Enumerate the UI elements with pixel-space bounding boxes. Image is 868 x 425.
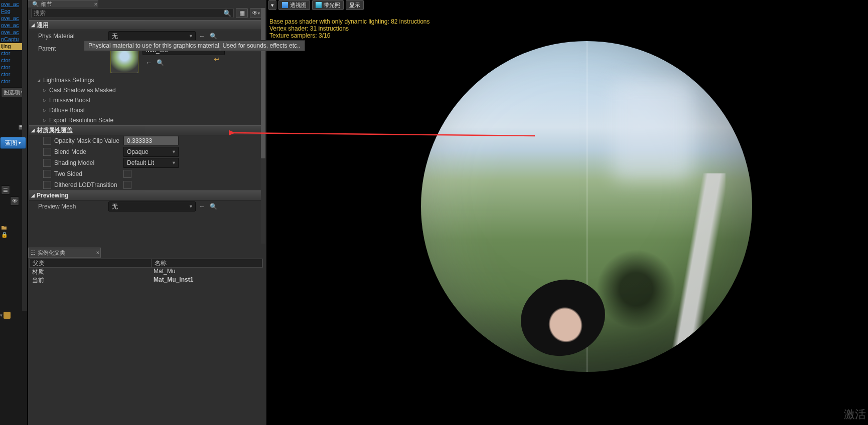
viewport-toolbar: ▾ 透视图 带光照 显示: [268, 0, 364, 10]
table-header: 父类 名称: [29, 259, 263, 268]
list-icon: ☷: [31, 250, 36, 256]
lightmass-child[interactable]: ▷Export Resolution Scale: [29, 115, 263, 125]
row-preview-mesh: Preview Mesh 无▼ ← 🔍: [29, 200, 263, 212]
tooltip-text: Physical material to use for this graphi…: [88, 42, 301, 49]
col-parent[interactable]: 父类: [30, 259, 152, 267]
section-overrides[interactable]: ◢材质属性覆盖: [29, 125, 263, 135]
lightmass-settings[interactable]: ◢Lightmass Settings: [29, 75, 263, 85]
asset-chip-icon: [4, 312, 11, 319]
stat-line-2: Vertex shader: 31 instructions: [269, 25, 430, 32]
left-dropdown[interactable]: ▾: [0, 311, 17, 320]
section-previewing-label: Previewing: [37, 192, 68, 199]
blueprints-label: 蓝图: [5, 139, 17, 147]
svg-rect-1: [20, 125, 22, 127]
section-overrides-label: 材质属性覆盖: [37, 126, 73, 135]
phys-material-label: Phys Material: [38, 33, 108, 40]
dithered-lod-checkbox[interactable]: [43, 181, 51, 189]
preview-sphere[interactable]: [421, 41, 752, 372]
instance-parents-label: 实例化父类: [38, 249, 65, 257]
row-shading-model: Shading Model Default Lit▼: [29, 157, 263, 168]
world-outliner-strip: ove_acFogove_acove_acove_acnCaptuijingct…: [0, 0, 27, 425]
two-sided-label: Two Sided: [54, 170, 119, 177]
sphere-camera-blob: [510, 268, 616, 367]
close-icon[interactable]: ×: [94, 1, 97, 7]
lightmass-child[interactable]: ▷Emissive Boost: [29, 95, 263, 105]
left-icon-stack: ☰ 👁: [0, 183, 22, 207]
close-icon[interactable]: ×: [96, 250, 99, 256]
row-blend-mode: Blend Mode Opaque▼: [29, 146, 263, 157]
stat-line-3: Texture samplers: 3/16: [269, 32, 430, 39]
opacity-mask-checkbox[interactable]: [43, 137, 51, 145]
browse-icon[interactable]: 🔍: [209, 32, 218, 41]
row-two-sided: Two Sided: [29, 168, 263, 179]
phys-material-combo[interactable]: 无▼: [108, 31, 196, 41]
section-general-label: 通用: [37, 21, 49, 30]
details-search-input[interactable]: 搜索 🔍: [31, 8, 234, 18]
scrollbar-thumb[interactable]: [261, 8, 265, 158]
stat-line-1: Base pass shader with only dynamic light…: [269, 18, 430, 25]
blend-mode-checkbox[interactable]: [43, 148, 51, 156]
shader-stats: Base pass shader with only dynamic light…: [269, 18, 430, 39]
phys-material-value: 无: [112, 32, 118, 41]
reset-icon[interactable]: ←: [198, 32, 207, 41]
instance-parents-tab[interactable]: ☷ 实例化父类 ×: [28, 248, 101, 258]
details-tab-label: 细节: [41, 1, 52, 8]
shading-model-combo[interactable]: Default Lit▼: [123, 158, 179, 168]
search-placeholder: 搜索: [34, 9, 46, 18]
parent-reset-icon[interactable]: ←: [144, 58, 154, 67]
magnifier-icon: 🔍: [223, 10, 231, 17]
details-search-row: 搜索 🔍 ▦ 👁▾: [31, 8, 262, 18]
material-viewport[interactable]: ▾ 透视图 带光照 显示 Base pass shader with only …: [266, 0, 868, 425]
opacity-mask-label: Opacity Mask Clip Value: [54, 137, 119, 144]
lit-icon: [316, 2, 322, 8]
opacity-mask-value[interactable]: 0.333333: [123, 136, 179, 146]
table-row[interactable]: 当前Mat_Mu_Inst1: [29, 276, 263, 285]
visibility-icon[interactable]: 👁▾: [250, 8, 262, 18]
blend-mode-combo[interactable]: Opaque▼: [123, 147, 179, 157]
blueprints-dropdown[interactable]: 蓝图▾: [0, 137, 26, 149]
folder-icon[interactable]: [1, 225, 7, 231]
instance-parents-table: 父类 名称 材质Mat_Mu当前Mat_Mu_Inst1: [29, 259, 263, 285]
row-dithered-lod: Dithered LODTransition: [29, 179, 263, 190]
shading-model-label: Shading Model: [54, 159, 119, 166]
preview-reset-icon[interactable]: ←: [198, 202, 207, 211]
view-options-label: 图选项: [4, 89, 20, 96]
two-sided-bool[interactable]: [123, 170, 131, 178]
section-previewing[interactable]: ◢Previewing: [29, 190, 263, 200]
lightmass-child[interactable]: ▷Diffuse Boost: [29, 105, 263, 115]
table-row[interactable]: 材质Mat_Mu: [29, 268, 263, 276]
two-sided-checkbox[interactable]: [43, 170, 51, 178]
dithered-lod-bool[interactable]: [123, 181, 131, 189]
col-name[interactable]: 名称: [152, 259, 262, 267]
preview-mesh-combo[interactable]: 无▼: [108, 201, 196, 211]
phys-material-tooltip: Physical material to use for this graphi…: [84, 40, 305, 51]
search-icon: 🔍: [32, 1, 39, 8]
section-general[interactable]: ◢通用: [29, 20, 263, 30]
preview-mesh-value: 无: [112, 202, 118, 211]
shading-model-checkbox[interactable]: [43, 159, 51, 167]
revert-arrow-icon[interactable]: ↩: [214, 55, 220, 63]
parent-browse-icon[interactable]: 🔍: [156, 58, 165, 67]
sphere-building: [612, 81, 692, 181]
preview-browse-icon[interactable]: 🔍: [209, 202, 218, 211]
details-tab[interactable]: 🔍 细节 ×: [28, 0, 98, 8]
viewport-options-dropdown[interactable]: ▾: [268, 0, 276, 10]
left-lock-row: 🔒: [0, 224, 12, 239]
preview-mesh-label: Preview Mesh: [38, 203, 108, 210]
lit-mode-button[interactable]: 带光照: [312, 0, 344, 10]
show-button[interactable]: 显示: [346, 0, 364, 10]
sphere-path: [655, 173, 726, 372]
perspective-icon: [282, 2, 288, 8]
perspective-button[interactable]: 透视图: [278, 0, 310, 10]
windows-watermark: 激活: [844, 407, 866, 422]
lightmass-child[interactable]: ▷Cast Shadow as Masked: [29, 85, 263, 95]
blend-mode-label: Blend Mode: [54, 148, 119, 155]
row-opacity-mask: Opacity Mask Clip Value 0.333333: [29, 135, 263, 146]
panel-splitter[interactable]: [22, 0, 27, 311]
dithered-lod-label: Dithered LODTransition: [54, 181, 119, 188]
lightmass-label: Lightmass Settings: [43, 77, 94, 84]
lock-icon[interactable]: 🔒: [1, 232, 7, 238]
grid-view-icon[interactable]: ▦: [236, 8, 248, 18]
list-icon[interactable]: ☰: [1, 185, 10, 194]
eye-toggle-icon[interactable]: 👁: [10, 196, 19, 205]
